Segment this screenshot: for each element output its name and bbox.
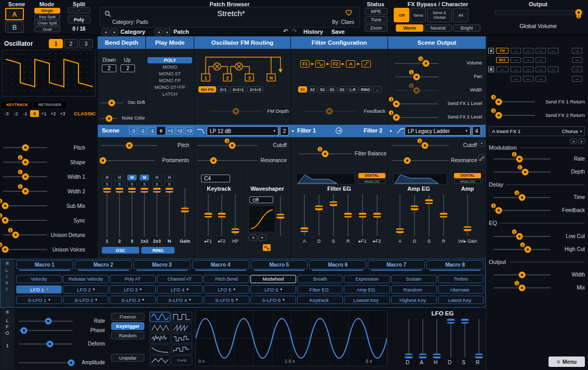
fx-slot-empty[interactable]: —: [523, 67, 533, 72]
mute-ring1-button[interactable]: M: [140, 175, 149, 180]
filter2-subtype[interactable]: 4: [472, 126, 481, 136]
chevron-down-icon[interactable]: ▾: [93, 287, 95, 292]
lfo-source-button[interactable]: LFO 4▾: [157, 285, 203, 294]
osc-octave-button[interactable]: +3: [58, 110, 67, 117]
macro-button[interactable]: Macro 4: [192, 260, 249, 269]
slfo-source-button[interactable]: S-LFO 2▾: [63, 296, 109, 304]
mute-osc3-button[interactable]: M: [127, 175, 137, 180]
mixer-ring2-slider[interactable]: [153, 188, 161, 237]
filter-link-icon[interactable]: [335, 127, 343, 135]
lfo-shape-triangle[interactable]: [150, 323, 170, 333]
fx-slot-empty[interactable]: —: [548, 67, 558, 72]
osc-octave-button[interactable]: +2: [49, 110, 58, 117]
osc-octave-button[interactable]: -1: [21, 110, 30, 117]
fx-bypass-button[interactable]: All: [453, 8, 469, 22]
fx-bypass-button[interactable]: Off: [394, 8, 409, 22]
fx-global-slot[interactable]: —: [572, 48, 582, 54]
favorite-heart-icon[interactable]: [345, 9, 353, 16]
solo-osc3-button[interactable]: S: [127, 181, 137, 187]
filter2-label[interactable]: Filter 2: [364, 127, 382, 134]
scene-b-button[interactable]: B: [5, 21, 24, 33]
highpass-slider[interactable]: [231, 194, 239, 236]
category-nav-label[interactable]: Category: [121, 29, 145, 35]
fx-slot-empty[interactable]: —: [511, 57, 521, 63]
scene-octave-button[interactable]: -1: [148, 127, 156, 135]
amp-eg-decay-slider[interactable]: [410, 194, 419, 236]
slfo-source-button[interactable]: Highest Key: [391, 296, 437, 304]
add-modulation-button[interactable]: +: [478, 140, 485, 147]
undo-icon[interactable]: ↶: [283, 28, 288, 35]
slfo-source-button[interactable]: S-LFO 5▾: [204, 296, 249, 304]
fm-routing-button[interactable]: 3>2>1: [230, 86, 246, 92]
lfo-eg-delay-slider[interactable]: [405, 319, 413, 358]
slfo-source-button[interactable]: S-LFO 3▾: [110, 296, 155, 304]
lfo-eg-decay-slider[interactable]: [447, 319, 455, 358]
mode-button[interactable]: Dual: [34, 27, 60, 32]
amp-eg-analog-toggle[interactable]: ANALOG: [454, 179, 481, 184]
scene-octave-button[interactable]: +2: [176, 127, 184, 135]
filter-config-button[interactable]: RING: [359, 86, 372, 92]
chevron-down-icon[interactable]: ▾: [142, 298, 144, 302]
filter-config-button[interactable]: D2: [338, 86, 346, 92]
scene-octave-button[interactable]: -3: [129, 127, 137, 135]
fm-routing-button[interactable]: 2>1: [217, 86, 229, 92]
waveshaper-prev-button[interactable]: ◂: [249, 234, 257, 241]
mod-source-button[interactable]: Timbre: [438, 275, 484, 283]
filter2-arrow-icon[interactable]: ▸: [390, 128, 392, 133]
fx-slot-empty[interactable]: —: [536, 67, 546, 72]
waveshaper-drive-slider[interactable]: [276, 196, 285, 236]
lfo-source-button[interactable]: LFO 6▾: [250, 285, 296, 294]
slfo-source-button[interactable]: S-LFO 1▾: [16, 296, 62, 304]
fx-slot-empty[interactable]: —: [523, 76, 533, 82]
filter1-label[interactable]: Filter 1: [297, 127, 316, 134]
keytrack-f1-slider[interactable]: [204, 194, 212, 236]
mod-source-button[interactable]: Modwheel: [250, 275, 296, 283]
lfo-trigger-button[interactable]: Freerun: [111, 313, 144, 321]
filter-config-button[interactable]: S1: [298, 86, 307, 92]
waveshaper-display[interactable]: [248, 205, 275, 232]
macro-value-bar[interactable]: [430, 270, 480, 271]
lfo-shape-saw[interactable]: [171, 323, 192, 333]
mod-source-button[interactable]: Channel AT: [157, 275, 203, 283]
lfo-shape-sample-hold[interactable]: [171, 334, 192, 343]
mixer-ring1-slider[interactable]: [140, 188, 149, 237]
eg-to-f2-slider[interactable]: [373, 194, 381, 236]
fx-slot-reverb1[interactable]: RV1: [496, 57, 509, 63]
filter-eg-analog-toggle[interactable]: ANALOG: [358, 179, 385, 184]
character-button[interactable]: Bright: [453, 24, 480, 32]
play-mode-option[interactable]: MONO: [148, 64, 192, 70]
mod-source-button[interactable]: Expression: [344, 275, 390, 283]
lfo-eg-attack-slider[interactable]: [419, 319, 427, 358]
patch-next-button[interactable]: ▸: [164, 29, 171, 35]
filter-config-button[interactable]: S2: [308, 86, 317, 92]
lfo-shape-envelope[interactable]: [150, 345, 170, 354]
mod-source-button[interactable]: Velocity: [16, 275, 62, 283]
macro-value-bar[interactable]: [78, 270, 129, 271]
mixer-osc2-slider[interactable]: [115, 188, 124, 237]
macro-value-bar[interactable]: [254, 270, 305, 271]
global-volume-slider[interactable]: 1: [495, 8, 584, 17]
play-mode-option[interactable]: POLY: [148, 57, 192, 63]
macro-button[interactable]: Macro 6: [309, 260, 366, 269]
scene-octave-button[interactable]: +3: [185, 127, 193, 135]
slfo-source-button[interactable]: Latest Key: [438, 296, 484, 304]
lfo-trigger-button[interactable]: Keytrigger: [111, 322, 144, 330]
scene-a-button[interactable]: A: [5, 8, 24, 20]
character-button[interactable]: Warm: [396, 24, 423, 32]
mixer-gain-slider[interactable]: [181, 188, 189, 237]
macro-button[interactable]: Macro 2: [75, 260, 132, 269]
chevron-down-icon[interactable]: ▾: [140, 287, 142, 292]
amp-eg-sustain-slider[interactable]: [425, 194, 433, 236]
lfo-shape-sine[interactable]: [150, 312, 170, 322]
lfo-source-button[interactable]: Filter EG: [297, 285, 343, 294]
mode-button[interactable]: Key Split: [34, 14, 60, 20]
macro-button[interactable]: Macro 7: [368, 260, 425, 269]
chevron-down-icon[interactable]: ▾: [46, 287, 48, 292]
mod-source-button[interactable]: Breath: [297, 275, 343, 283]
filter-eg-sustain-slider[interactable]: [329, 194, 338, 236]
bend-down-value[interactable]: 2: [102, 64, 116, 72]
search-icon[interactable]: [104, 10, 111, 17]
macro-button[interactable]: Macro 1: [16, 260, 73, 269]
oscillator-waveform-display[interactable]: [2, 50, 96, 97]
lfo-eg-release-slider[interactable]: [475, 319, 483, 358]
